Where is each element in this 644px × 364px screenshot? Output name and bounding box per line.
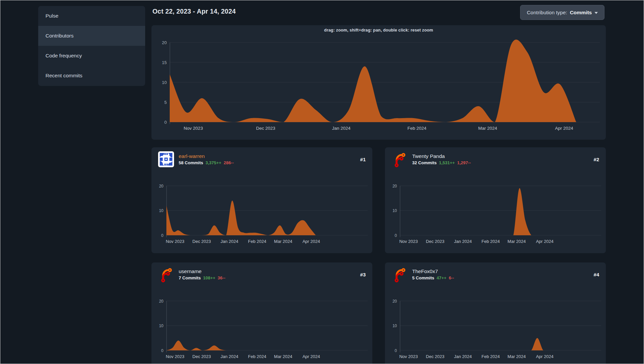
svg-text:15: 15 [162,60,167,65]
svg-text:Mar 2024: Mar 2024 [274,239,292,244]
contributor-commits-chart[interactable]: 01020Nov 2023Dec 2023Jan 2024Feb 2024Mar… [385,286,606,364]
commit-count: 32 Commits [412,160,437,165]
svg-text:20: 20 [159,299,164,304]
svg-text:10: 10 [162,80,167,85]
contributor-name[interactable]: Twenty Panda [412,153,471,159]
svg-text:20: 20 [393,184,397,188]
sidebar-item-recent-commits[interactable]: Recent commits [38,66,145,86]
overall-chart-panel: drag: zoom, shift+drag: pan, double clic… [151,25,606,140]
chevron-down-icon [595,12,598,14]
svg-text:Feb 2024: Feb 2024 [248,354,266,359]
rank-badge: #4 [594,272,599,277]
svg-text:Nov 2023: Nov 2023 [399,354,418,359]
svg-text:Mar 2024: Mar 2024 [478,126,498,131]
svg-text:0: 0 [395,233,397,238]
identicon-avatar[interactable] [158,151,174,167]
contributor-card-3: username 7 Commits 108++ 36-- #3 01020No… [151,262,372,364]
svg-text:Jan 2024: Jan 2024 [454,354,472,359]
svg-text:0: 0 [395,348,397,353]
svg-text:Apr 2024: Apr 2024 [536,239,554,244]
svg-text:Jan 2024: Jan 2024 [454,239,472,244]
svg-text:10: 10 [159,324,164,328]
contributor-stats: 5 Commits 47++ 6-- [412,275,454,280]
contributor-stats: 7 Commits 108++ 36-- [179,275,225,280]
svg-text:Mar 2024: Mar 2024 [507,239,526,244]
contributor-card-2: Twenty Panda 32 Commits 1,531++ 1,297-- … [385,147,606,253]
contributor-name[interactable]: TheFox0x7 [412,268,454,274]
additions-count: 1,531++ [439,160,455,165]
activity-sidebar: Pulse Contributors Code frequency Recent… [38,6,145,86]
contribution-type-dropdown[interactable]: Contribution type: Commits [520,5,604,20]
forgejo-logo-icon[interactable] [158,266,174,282]
contributor-commits-chart[interactable]: 01020Nov 2023Dec 2023Jan 2024Feb 2024Mar… [151,171,372,253]
contributor-card-header: Twenty Panda 32 Commits 1,531++ 1,297-- … [385,147,606,171]
sidebar-item-code-frequency[interactable]: Code frequency [38,46,145,66]
rank-badge: #2 [594,157,599,162]
svg-text:Nov 2023: Nov 2023 [166,354,184,359]
svg-text:Nov 2023: Nov 2023 [399,239,418,244]
date-range-heading: Oct 22, 2023 - Apr 14, 2024 [152,8,236,15]
svg-text:Nov 2023: Nov 2023 [166,239,184,244]
contributor-card-header: earl-warren 58 Commits 3,375++ 286-- #1 [151,147,372,171]
svg-text:Apr 2024: Apr 2024 [303,354,320,359]
svg-text:10: 10 [393,208,397,213]
svg-text:Dec 2023: Dec 2023 [256,126,275,131]
svg-text:Feb 2024: Feb 2024 [248,239,266,244]
svg-text:Dec 2023: Dec 2023 [426,239,444,244]
contributor-card-header: TheFox0x7 5 Commits 47++ 6-- #4 [385,262,606,286]
svg-text:Jan 2024: Jan 2024 [332,126,351,131]
contributor-card-1: earl-warren 58 Commits 3,375++ 286-- #1 … [151,147,372,253]
svg-text:Feb 2024: Feb 2024 [482,354,500,359]
forgejo-logo-icon[interactable] [392,151,408,167]
svg-text:Jan 2024: Jan 2024 [221,239,238,244]
contributor-cards: earl-warren 58 Commits 3,375++ 286-- #1 … [151,147,606,364]
additions-count: 108++ [203,275,215,280]
svg-text:Apr 2024: Apr 2024 [536,354,554,359]
svg-text:Dec 2023: Dec 2023 [192,354,211,359]
svg-text:20: 20 [162,40,167,45]
contribution-type-label: Contribution type: [527,10,567,16]
additions-count: 47++ [436,275,446,280]
svg-text:10: 10 [159,208,164,213]
commit-count: 58 Commits [179,160,203,165]
contributor-stats: 32 Commits 1,531++ 1,297-- [412,160,471,165]
overall-commits-chart[interactable]: 05101520Nov 2023Dec 2023Jan 2024Feb 2024… [151,25,606,140]
deletions-count: 286-- [224,160,233,165]
svg-text:Nov 2023: Nov 2023 [184,126,203,131]
contributor-card-4: TheFox0x7 5 Commits 47++ 6-- #4 01020Nov… [385,262,606,364]
contributor-stats: 58 Commits 3,375++ 286-- [179,160,234,165]
svg-text:Dec 2023: Dec 2023 [426,354,444,359]
svg-text:Dec 2023: Dec 2023 [192,239,211,244]
contributor-card-header: username 7 Commits 108++ 36-- #3 [151,262,372,286]
rank-badge: #3 [360,272,366,277]
svg-text:5: 5 [164,100,167,105]
deletions-count: 36-- [218,275,225,280]
svg-text:0: 0 [161,348,163,353]
deletions-count: 6-- [449,275,454,280]
svg-text:0: 0 [164,120,167,125]
contributor-name[interactable]: username [179,268,225,274]
contributor-name[interactable]: earl-warren [179,153,234,159]
contributor-commits-chart[interactable]: 01020Nov 2023Dec 2023Jan 2024Feb 2024Mar… [151,286,372,364]
commit-count: 7 Commits [179,275,201,280]
contributor-commits-chart[interactable]: 01020Nov 2023Dec 2023Jan 2024Feb 2024Mar… [385,171,606,253]
svg-text:Mar 2024: Mar 2024 [507,354,526,359]
svg-text:Feb 2024: Feb 2024 [482,239,500,244]
sidebar-item-pulse[interactable]: Pulse [38,6,145,26]
svg-text:Mar 2024: Mar 2024 [274,354,292,359]
svg-text:Apr 2024: Apr 2024 [555,126,573,131]
sidebar-item-contributors[interactable]: Contributors [38,26,145,46]
svg-text:Apr 2024: Apr 2024 [303,239,320,244]
forgejo-logo-icon[interactable] [392,266,408,282]
svg-text:20: 20 [393,299,397,304]
contributors-page: Pulse Contributors Code frequency Recent… [0,0,644,364]
additions-count: 3,375++ [206,160,222,165]
svg-text:20: 20 [159,184,164,188]
svg-text:0: 0 [161,233,163,238]
svg-text:Jan 2024: Jan 2024 [221,354,238,359]
deletions-count: 1,297-- [457,160,471,165]
rank-badge: #1 [360,157,366,162]
commit-count: 5 Commits [412,275,434,280]
contribution-type-value: Commits [570,10,592,16]
svg-text:10: 10 [393,324,397,328]
